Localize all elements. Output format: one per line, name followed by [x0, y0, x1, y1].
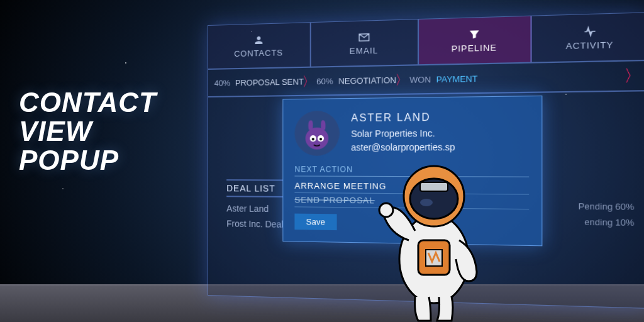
svg-point-4	[319, 138, 322, 140]
astronaut-illustration	[371, 146, 497, 322]
svg-point-12	[420, 199, 433, 206]
stage-payment[interactable]: WON PAYMENT	[403, 74, 485, 85]
contact-name: ASTER LAND	[351, 109, 455, 126]
contact-company: Solar Properties Inc.	[351, 126, 455, 141]
stage-proposal[interactable]: 40% PROPOSAL SENT 〉	[208, 77, 310, 88]
svg-point-2	[312, 138, 314, 140]
deal-list: DEAL LIST Aster Land Frost Inc. Deal	[226, 179, 283, 235]
svg-rect-11	[420, 182, 448, 191]
save-button[interactable]: Save	[294, 214, 336, 230]
stage-negotiation[interactable]: 60% NEGOTIATION 〉	[310, 75, 403, 86]
tab-pipeline[interactable]: PIPELINE	[419, 16, 532, 64]
alien-icon	[303, 116, 332, 150]
tab-label: CONTACTS	[234, 48, 283, 58]
pending-item: Pending 60%	[578, 201, 634, 212]
tab-label: PIPELINE	[452, 42, 497, 53]
tab-label: EMAIL	[350, 45, 379, 56]
svg-point-8	[379, 203, 393, 217]
pending-list: Pending 60% ending 10%	[578, 201, 634, 233]
headline: CONTACT VIEW POPUP	[19, 88, 157, 175]
person-icon	[252, 34, 265, 46]
deal-list-title: DEAL LIST	[226, 179, 283, 197]
pulse-icon	[582, 25, 597, 37]
funnel-icon	[467, 28, 481, 41]
tab-label: ACTIVITY	[566, 40, 614, 51]
pending-item: ending 10%	[578, 217, 634, 228]
deal-item[interactable]: Aster Land	[226, 203, 283, 214]
tab-contacts[interactable]: CONTACTS	[208, 23, 311, 69]
tab-email[interactable]: EMAIL	[311, 19, 419, 67]
avatar	[294, 111, 339, 156]
next-stage-arrow[interactable]: 〉	[624, 65, 641, 87]
tab-activity[interactable]: ACTIVITY	[532, 13, 644, 62]
envelope-icon	[357, 31, 370, 43]
deal-item[interactable]: Frost Inc. Deal	[226, 218, 283, 229]
